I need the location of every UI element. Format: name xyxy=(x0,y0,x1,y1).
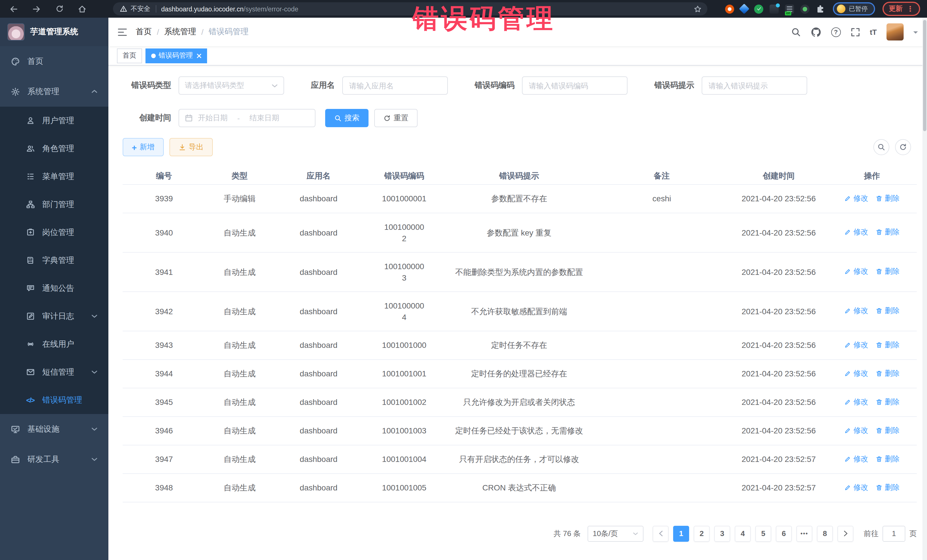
user-avatar[interactable] xyxy=(886,23,904,41)
extension-paused-pill[interactable]: 已暂停 xyxy=(833,2,875,15)
edit-link[interactable]: 修改 xyxy=(844,266,868,277)
avatar-caret-icon[interactable] xyxy=(913,31,918,36)
tab-home[interactable]: 首页 xyxy=(117,48,142,63)
bookmark-star-icon[interactable] xyxy=(694,5,702,13)
tab-error-code[interactable]: 错误码管理 xyxy=(146,48,207,63)
extension-gem-icon[interactable] xyxy=(739,4,749,14)
browser-menu-icon[interactable]: ⋮ xyxy=(906,5,914,13)
edit-link[interactable]: 修改 xyxy=(844,453,868,464)
sidebar-item-users[interactable]: 用户管理 xyxy=(0,107,108,135)
font-size-icon[interactable]: tT xyxy=(870,28,877,36)
scrollbar-thumb[interactable] xyxy=(923,20,926,131)
prev-page-button[interactable] xyxy=(653,525,669,542)
extension-orange-icon[interactable] xyxy=(725,4,734,14)
delete-link[interactable]: 删除 xyxy=(876,305,900,317)
more-pages-button[interactable]: ••• xyxy=(796,525,812,542)
edit-link[interactable]: 修改 xyxy=(844,482,868,493)
breadcrumb-home[interactable]: 首页 xyxy=(136,27,152,37)
book-icon xyxy=(26,256,35,265)
browser-update-button[interactable]: 更新 ⋮ xyxy=(883,2,920,16)
trash-icon xyxy=(876,341,883,348)
sidebar-item-online-users[interactable]: 在线用户 xyxy=(0,330,108,358)
filter-date-label: 创建时间 xyxy=(123,113,171,123)
edit-link[interactable]: 修改 xyxy=(844,425,868,436)
hamburger-icon[interactable] xyxy=(117,28,127,36)
sidebar-item-error-code[interactable]: </> 错误码管理 xyxy=(0,386,108,414)
delete-link[interactable]: 删除 xyxy=(876,367,900,379)
page-size-select[interactable]: 10条/页 xyxy=(588,525,643,542)
page-button[interactable]: 8 xyxy=(817,525,833,542)
browser-forward-icon[interactable] xyxy=(30,2,43,16)
delete-link[interactable]: 删除 xyxy=(876,193,900,204)
goto-page-input[interactable] xyxy=(883,525,905,542)
address-bar[interactable]: 不安全 dashboard.yudao.iocoder.cn /system/e… xyxy=(113,2,707,15)
error-type-select[interactable]: 请选择错误码类型 xyxy=(179,76,284,95)
page-button[interactable]: 5 xyxy=(755,525,771,542)
add-button[interactable]: + 新增 xyxy=(123,138,164,156)
page-button[interactable]: 1 xyxy=(673,525,689,542)
edit-link[interactable]: 修改 xyxy=(844,305,868,317)
extension-green-icon[interactable] xyxy=(754,4,763,14)
edit-link[interactable]: 修改 xyxy=(844,396,868,407)
github-icon[interactable] xyxy=(810,27,821,37)
refresh-table-button[interactable] xyxy=(895,139,911,155)
delete-link[interactable]: 删除 xyxy=(876,482,900,493)
sidebar-item-sms[interactable]: 短信管理 xyxy=(0,358,108,386)
delete-link[interactable]: 删除 xyxy=(876,226,900,238)
pagination: 共 76 条 10条/页 1 2 3 4 5 6 xyxy=(123,525,917,542)
fullscreen-icon[interactable] xyxy=(850,27,860,37)
edit-link[interactable]: 修改 xyxy=(844,226,868,238)
error-hint-input[interactable] xyxy=(702,76,807,95)
delete-link[interactable]: 删除 xyxy=(876,453,900,464)
export-button[interactable]: 导出 xyxy=(169,138,213,156)
search-button[interactable]: 搜索 xyxy=(325,109,369,127)
page-button[interactable]: 4 xyxy=(735,525,751,542)
delete-link[interactable]: 删除 xyxy=(876,266,900,277)
extension-tabs-icon[interactable]: on xyxy=(785,4,794,14)
help-icon[interactable]: ? xyxy=(831,27,840,37)
delete-link[interactable]: 删除 xyxy=(876,396,900,407)
sidebar-item-devtools[interactable]: 研发工具 xyxy=(0,444,108,475)
sidebar-item-label: 首页 xyxy=(27,56,43,67)
show-search-button[interactable] xyxy=(873,139,889,155)
sidebar-item-menus[interactable]: 菜单管理 xyxy=(0,162,108,190)
sidebar-item-home[interactable]: 首页 xyxy=(0,46,108,76)
browser-home-icon[interactable] xyxy=(75,2,89,16)
edit-link[interactable]: 修改 xyxy=(844,339,868,351)
edit-link[interactable]: 修改 xyxy=(844,367,868,379)
cell-actions: 修改删除 xyxy=(827,331,917,359)
sidebar-item-system[interactable]: 系统管理 xyxy=(0,76,108,107)
sidebar-item-roles[interactable]: 角色管理 xyxy=(0,135,108,162)
sidebar-item-infrastructure[interactable]: 基础设施 xyxy=(0,414,108,444)
error-code-input[interactable] xyxy=(522,76,628,95)
table-row: 3946自动生成 dashboard1001001003 定时任务已经处于该状态… xyxy=(123,416,917,445)
page-button[interactable]: 2 xyxy=(694,525,710,542)
delete-link[interactable]: 删除 xyxy=(876,339,900,351)
reset-button[interactable]: 重置 xyxy=(374,109,418,127)
edit-link[interactable]: 修改 xyxy=(844,193,868,204)
cell-actions: 修改删除 xyxy=(827,359,917,388)
browser-reload-icon[interactable] xyxy=(53,2,66,16)
sidebar-item-notices[interactable]: 通知公告 xyxy=(0,274,108,302)
page-button[interactable]: 6 xyxy=(776,525,792,542)
browser-back-icon[interactable] xyxy=(7,2,21,16)
sidebar-item-posts[interactable]: 岗位管理 xyxy=(0,219,108,246)
delete-link[interactable]: 删除 xyxy=(876,425,900,436)
app-name-input[interactable] xyxy=(342,76,448,95)
next-page-button[interactable] xyxy=(837,525,853,542)
sidebar-item-dictionary[interactable]: 字典管理 xyxy=(0,246,108,274)
page-button[interactable]: 3 xyxy=(714,525,730,542)
trash-icon xyxy=(876,268,883,275)
extensions-puzzle-icon[interactable] xyxy=(816,4,825,14)
edit-icon xyxy=(844,370,851,377)
extension-grid-icon[interactable] xyxy=(769,4,779,14)
tab-close-icon[interactable] xyxy=(197,53,201,58)
extension-key-icon[interactable] xyxy=(800,4,810,14)
breadcrumb-system[interactable]: 系统管理 xyxy=(164,27,196,37)
site-security[interactable]: 不安全 xyxy=(120,5,150,13)
header-search-icon[interactable] xyxy=(791,27,801,37)
sidebar-item-departments[interactable]: 部门管理 xyxy=(0,190,108,219)
sidebar-logo-row[interactable]: 芋道管理系统 xyxy=(0,18,108,46)
date-range-picker[interactable]: 开始日期 - 结束日期 xyxy=(179,109,316,127)
sidebar-item-audit-log[interactable]: 审计日志 xyxy=(0,302,108,330)
